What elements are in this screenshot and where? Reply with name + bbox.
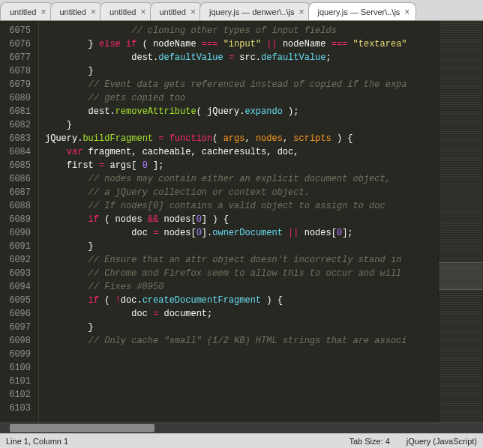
- code-line: jQuery.buildFragment = function( args, n…: [45, 132, 438, 145]
- code-line: if ( !doc.createDocumentFragment ) {: [45, 294, 438, 307]
- tab-3[interactable]: untitled×: [150, 2, 203, 20]
- tab-4[interactable]: jquery.js — denwer\..\js×: [200, 2, 311, 20]
- tab-bar: untitled×untitled×untitled×untitled×jque…: [0, 0, 483, 21]
- tab-label: untitled: [110, 7, 136, 16]
- code-line: }: [45, 321, 438, 334]
- code-line: doc = nodes[0].ownerDocument || nodes[0]…: [45, 226, 438, 240]
- minimap[interactable]: [438, 21, 483, 423]
- close-icon[interactable]: ×: [404, 7, 410, 16]
- code-line: // Fixes #8950: [45, 280, 438, 294]
- close-icon[interactable]: ×: [190, 7, 196, 16]
- status-bar: Line 1, Column 1 Tab Size: 4 jQuery (Jav…: [0, 433, 483, 448]
- code-line: if ( nodes && nodes[0] ) {: [45, 213, 438, 226]
- status-tab-size[interactable]: Tab Size: 4: [349, 437, 389, 446]
- minimap-viewport[interactable]: [439, 262, 483, 291]
- editor-main: 6075 6076 6077 6078 6079 6080 6081 6082 …: [0, 21, 483, 423]
- code-line: // If nodes[0] contains a valid object t…: [45, 199, 438, 213]
- code-line: // Only cache "small" (1/2 KB) HTML stri…: [45, 334, 438, 348]
- code-line: // Event data gets referenced instead of…: [45, 78, 438, 91]
- code-line: }: [45, 118, 438, 132]
- code-line: // nodes may contain either an explicit …: [45, 172, 438, 186]
- tab-label: jquery.js — Server\..\js: [318, 7, 400, 16]
- tab-label: jquery.js — denwer\..\js: [209, 7, 295, 16]
- status-syntax[interactable]: jQuery (JavaScript): [406, 437, 477, 446]
- code-line: doc = document;: [45, 307, 438, 321]
- code-line: // gets copied too: [45, 91, 438, 105]
- code-line: }: [45, 240, 438, 253]
- code-line: // Chrome and Firefox seem to allow this…: [45, 267, 438, 280]
- code-line: var fragment, cacheable, cacheresults, d…: [45, 145, 438, 159]
- horizontal-scrollbar[interactable]: [0, 423, 483, 433]
- close-icon[interactable]: ×: [140, 7, 146, 16]
- code-line: // cloning other types of input fields: [45, 24, 438, 37]
- code-line: // a jQuery collection or context object…: [45, 186, 438, 199]
- tab-label: untitled: [160, 7, 186, 16]
- tab-label: untitled: [10, 7, 36, 16]
- close-icon[interactable]: ×: [40, 7, 46, 16]
- code-line: } else if ( nodeName === "input" || node…: [45, 37, 438, 51]
- status-cursor-position[interactable]: Line 1, Column 1: [6, 437, 68, 446]
- code-line: }: [45, 64, 438, 78]
- tab-1[interactable]: untitled×: [50, 2, 104, 20]
- code-line: dest.removeAttribute( jQuery.expando );: [45, 105, 438, 118]
- code-line: // Ensure that an attr object doesn't in…: [45, 253, 438, 267]
- line-number-gutter: 6075 6076 6077 6078 6079 6080 6081 6082 …: [0, 21, 39, 423]
- close-icon[interactable]: ×: [91, 7, 96, 16]
- code-line: first = args[ 0 ];: [45, 159, 438, 172]
- close-icon[interactable]: ×: [299, 7, 304, 16]
- tab-label: untitled: [60, 7, 86, 16]
- code-line: dest.defaultValue = src.defaultValue;: [45, 51, 438, 64]
- tab-5[interactable]: jquery.js — Server\..\js×: [308, 2, 417, 20]
- tab-0[interactable]: untitled×: [0, 2, 53, 20]
- minimap-overview: [440, 21, 482, 423]
- tab-2[interactable]: untitled×: [100, 2, 153, 20]
- horizontal-scrollbar-thumb[interactable]: [10, 424, 154, 432]
- code-area[interactable]: // cloning other types of input fields }…: [39, 21, 438, 423]
